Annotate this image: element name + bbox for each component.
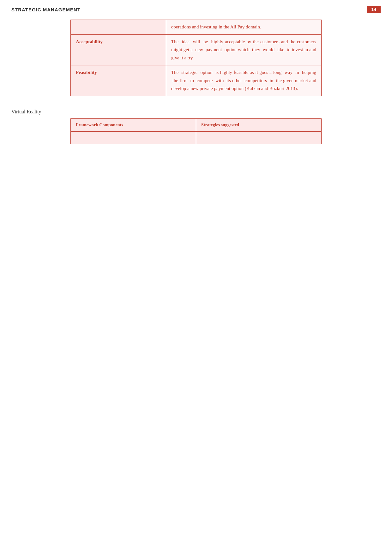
second-table-empty-cell1	[71, 131, 196, 144]
second-table-empty-row	[71, 131, 322, 144]
second-table-col2: Strategies suggested	[196, 118, 322, 131]
label-feasibility: Feasibility	[71, 65, 166, 96]
row-content-operations: operations and investing in the Ali Pay …	[166, 20, 321, 35]
page-title: STRATEGIC MANAGEMENT	[11, 7, 81, 12]
label-acceptability: Acceptability	[71, 34, 166, 65]
row-label-empty	[71, 20, 166, 35]
page-header: STRATEGIC MANAGEMENT 14	[0, 0, 392, 16]
page-content: operations and investing in the Ali Pay …	[0, 16, 392, 156]
page-number: 14	[367, 6, 381, 13]
second-table-col1: Framework Components	[71, 118, 196, 131]
main-table: operations and investing in the Ali Pay …	[70, 20, 322, 96]
second-table-empty-cell2	[196, 131, 322, 144]
table-row-acceptability: Acceptability The idea will be highly ac…	[71, 34, 322, 65]
table-row: operations and investing in the Ali Pay …	[71, 20, 322, 35]
second-table: Framework Components Strategies suggeste…	[70, 118, 322, 144]
section-heading: Virtual Reality	[11, 109, 381, 115]
table-row-feasibility: Feasibility The strategic option is high…	[71, 65, 322, 96]
content-acceptability: The idea will be highly acceptable by th…	[166, 34, 321, 65]
second-table-row: Framework Components Strategies suggeste…	[71, 118, 322, 131]
content-feasibility: The strategic option is highly feasible …	[166, 65, 321, 96]
